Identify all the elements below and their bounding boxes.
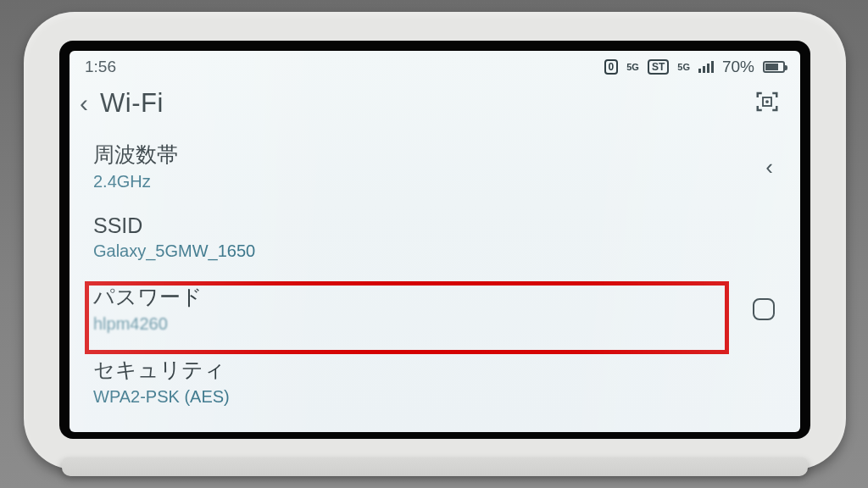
- device-body: 1:56 0 5G ST 5G 70% ‹ Wi-Fi: [24, 12, 846, 469]
- signal-bars-icon: [698, 61, 714, 73]
- back-button[interactable]: ‹: [80, 91, 88, 116]
- device-stand: [62, 458, 808, 476]
- row-label: 周波数帯: [93, 141, 721, 169]
- status-time: 1:56: [85, 58, 116, 76]
- status-bar: 1:56 0 5G ST 5G 70%: [70, 51, 800, 80]
- status-net-icon: 5G: [626, 62, 639, 72]
- row-value: 2.4GHz: [93, 172, 721, 191]
- qr-scan-icon[interactable]: [754, 89, 780, 118]
- row-label: SSID: [93, 214, 721, 238]
- page-header: ‹ Wi-Fi: [70, 80, 800, 130]
- battery-icon: [763, 61, 785, 73]
- device-bezel: 1:56 0 5G ST 5G 70% ‹ Wi-Fi: [59, 41, 810, 439]
- row-value: WPA2-PSK (AES): [93, 387, 721, 407]
- row-label: セキュリティ: [93, 356, 721, 384]
- row-password[interactable]: パスワード hlpm4260: [70, 273, 800, 346]
- status-badge-2: ST: [648, 59, 669, 75]
- chevron-left-icon: ‹: [765, 154, 773, 180]
- row-label: パスワード: [93, 283, 721, 311]
- svg-point-1: [765, 100, 769, 103]
- row-frequency-band[interactable]: 周波数帯 2.4GHz ‹: [70, 130, 800, 203]
- row-ssid[interactable]: SSID Galaxy_5GMW_1650: [70, 203, 800, 273]
- checkbox-show-password[interactable]: [753, 298, 775, 320]
- page-title: Wi-Fi: [100, 88, 164, 119]
- settings-list: 周波数帯 2.4GHz ‹ SSID Galaxy_5GMW_1650 パスワー…: [70, 130, 800, 419]
- screen: 1:56 0 5G ST 5G 70% ‹ Wi-Fi: [70, 51, 800, 432]
- row-security[interactable]: セキュリティ WPA2-PSK (AES): [70, 346, 800, 419]
- status-badge-1: 0: [604, 59, 619, 75]
- battery-percent: 70%: [722, 58, 754, 76]
- row-value: hlpm4260: [93, 314, 721, 334]
- photo-background: 1:56 0 5G ST 5G 70% ‹ Wi-Fi: [0, 0, 868, 488]
- row-value: Galaxy_5GMW_1650: [93, 241, 721, 261]
- status-5g-icon: 5G: [677, 62, 690, 72]
